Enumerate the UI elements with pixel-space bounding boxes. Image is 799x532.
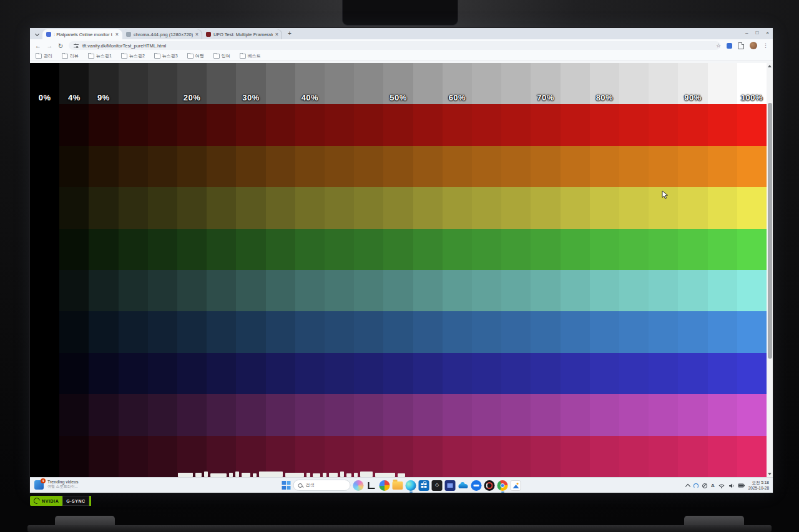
extension-icon[interactable] xyxy=(727,43,732,49)
gradient-cell xyxy=(207,394,236,435)
gradient-cell xyxy=(383,146,413,187)
bookmark-star-icon[interactable]: ☆ xyxy=(716,42,721,49)
sync-status-icon[interactable] xyxy=(694,483,699,488)
gradient-cell xyxy=(708,436,737,477)
wallet-icon[interactable] xyxy=(471,480,482,491)
address-bar[interactable]: tft.vanity.dk/MonitorTest_pureHTML.html xyxy=(69,41,720,50)
bookmark-folder[interactable]: 관리 xyxy=(36,53,52,59)
gradient-cell xyxy=(354,146,383,187)
gradient-cell xyxy=(501,394,531,435)
maximize-icon[interactable]: □ xyxy=(755,29,758,37)
folder-icon xyxy=(88,54,94,59)
gradient-cell xyxy=(619,104,649,145)
new-tab-button[interactable]: + xyxy=(285,29,294,38)
side-panel-icon[interactable] xyxy=(738,42,744,49)
gradient-cell xyxy=(649,270,678,311)
wifi-icon[interactable] xyxy=(718,483,725,488)
menu-dots-icon[interactable]: ⋮ xyxy=(763,42,768,49)
forward-icon[interactable]: → xyxy=(47,42,53,49)
security-app-icon[interactable] xyxy=(484,480,495,491)
photos-icon[interactable] xyxy=(511,480,521,491)
gradient-cell xyxy=(119,229,148,270)
copilot-icon[interactable] xyxy=(353,480,364,491)
designer-icon[interactable] xyxy=(380,480,390,491)
gradient-cell xyxy=(737,104,767,145)
profile-avatar[interactable] xyxy=(750,42,757,49)
tab-overflow-chevron-icon[interactable] xyxy=(33,30,41,38)
dropbox-icon[interactable]: ◇ xyxy=(432,480,443,491)
ime-indicator[interactable]: A xyxy=(711,483,715,489)
speaker-icon[interactable] xyxy=(728,483,734,488)
tab-close-icon[interactable]: × xyxy=(195,32,199,37)
gradient-cell xyxy=(89,187,118,228)
bookmark-label: 뉴스핑1 xyxy=(96,53,112,59)
nvidia-brand-text: NVIDIA xyxy=(42,499,59,503)
tab-close-icon[interactable]: × xyxy=(115,32,119,37)
bookmark-folder[interactable]: 여행 xyxy=(187,53,204,59)
bookmark-label: 뉴스핑3 xyxy=(162,53,178,59)
gradient-cell xyxy=(561,146,590,187)
browser-tab[interactable]: chroma-444.png (1280×720)× xyxy=(122,29,202,39)
scrollbar-thumb[interactable] xyxy=(768,103,772,359)
gradient-cell xyxy=(177,229,207,270)
onedrive-icon[interactable] xyxy=(458,480,469,491)
widget-subline: 여행 스포트라이... xyxy=(47,484,79,490)
close-icon[interactable]: × xyxy=(766,29,769,37)
gradient-row-cyan xyxy=(30,270,767,311)
chrome-browser-icon[interactable] xyxy=(498,480,508,491)
bookmark-folder[interactable]: 잉여 xyxy=(213,53,230,59)
gradient-cell xyxy=(737,270,767,311)
taskbar-clock[interactable]: 오전 5:18 2025-10-28 xyxy=(748,480,769,491)
page-scrollbar[interactable] xyxy=(767,63,773,477)
site-settings-icon[interactable] xyxy=(74,44,79,48)
gradient-cell xyxy=(119,104,148,145)
back-icon[interactable]: ← xyxy=(35,42,41,49)
scrollbar-down-icon[interactable] xyxy=(768,473,772,475)
browser-tab[interactable]: UFO Test: Multiple Framerates× xyxy=(202,29,282,39)
bookmark-folder[interactable]: 뉴스핑2 xyxy=(121,53,145,59)
reload-icon[interactable]: ↻ xyxy=(58,42,63,49)
tab-close-icon[interactable]: × xyxy=(275,32,278,37)
bookmark-folder[interactable]: 뉴스핑1 xyxy=(88,53,112,59)
edge-browser-icon[interactable] xyxy=(406,480,416,491)
gradient-cell xyxy=(472,187,501,228)
bookmark-folder[interactable]: 리뷰 xyxy=(62,53,79,59)
gradient-cell xyxy=(531,229,560,270)
gradient-cell xyxy=(561,436,590,477)
gradient-cell xyxy=(531,436,560,477)
gradient-cell xyxy=(236,146,265,187)
gradient-cell xyxy=(266,187,295,228)
start-button[interactable] xyxy=(282,481,291,490)
gradient-cell xyxy=(501,311,531,352)
muted-device-icon[interactable] xyxy=(702,483,707,488)
widget-badge: 4 xyxy=(41,478,46,483)
gradient-cell xyxy=(472,311,501,352)
gradient-row-blue xyxy=(30,353,767,394)
gradient-row-red xyxy=(30,104,767,145)
gradient-cell xyxy=(59,311,89,352)
battery-icon[interactable] xyxy=(738,483,745,488)
microsoft-store-icon[interactable] xyxy=(419,480,429,491)
gradient-cell xyxy=(177,187,207,228)
gradient-cell xyxy=(649,436,678,477)
bookmark-folder[interactable]: 베스트 xyxy=(240,53,261,59)
search-placeholder: 검색 xyxy=(306,482,315,488)
gradient-cell xyxy=(383,270,413,311)
gradient-cell xyxy=(501,146,531,187)
gradient-cell xyxy=(119,146,148,187)
gradient-cell xyxy=(501,187,531,228)
tray-chevron-icon[interactable] xyxy=(685,483,690,488)
widgets-button[interactable]: 4 Trending videos 여행 스포트라이... xyxy=(34,480,79,490)
browser-tab[interactable]: : Flatpanels Online monitor t× xyxy=(42,29,122,39)
gradient-cell xyxy=(443,311,472,352)
bookmark-folder[interactable]: 뉴스핑3 xyxy=(154,53,178,59)
scrollbar-up-icon[interactable] xyxy=(768,65,772,67)
gradient-cell xyxy=(119,270,148,311)
task-corner-icon[interactable] xyxy=(366,480,377,491)
folder-icon xyxy=(62,54,68,59)
gradient-cell xyxy=(236,63,265,104)
file-explorer-icon[interactable] xyxy=(393,481,403,490)
pixel-app-icon[interactable] xyxy=(445,480,456,491)
minimize-icon[interactable]: – xyxy=(745,29,748,37)
search-box[interactable]: 검색 xyxy=(293,480,351,491)
